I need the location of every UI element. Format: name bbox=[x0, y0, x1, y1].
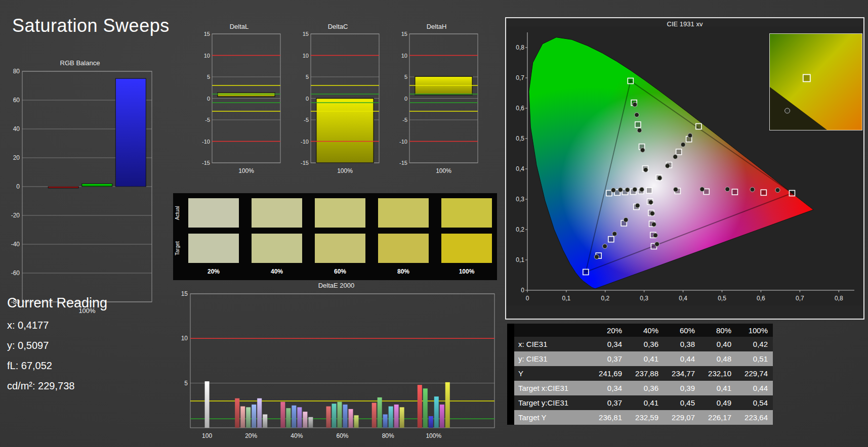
tick-label: 10 bbox=[204, 53, 210, 59]
tick-label: -15 bbox=[301, 160, 309, 166]
table-cell: 0,37 bbox=[591, 351, 627, 366]
target-marker bbox=[628, 78, 633, 84]
table-row-label: Target y:CIE31 bbox=[514, 395, 591, 410]
delta-e-bar bbox=[343, 405, 348, 428]
target-marker bbox=[761, 190, 766, 195]
measured-marker bbox=[633, 187, 637, 192]
delta-c-plot: 151050-5-10-15100% bbox=[294, 31, 382, 179]
tick-label: 40 bbox=[13, 125, 20, 132]
current-reading-title: Current Reading bbox=[7, 295, 107, 311]
tick-label: 0 bbox=[404, 96, 407, 102]
tick-label: 0,5 bbox=[516, 135, 524, 142]
target-marker bbox=[583, 270, 589, 275]
measured-marker bbox=[603, 244, 607, 249]
target-marker bbox=[789, 191, 795, 196]
measured-marker bbox=[700, 187, 705, 192]
inset-target-marker bbox=[803, 74, 810, 81]
rgb-balance-chart[interactable]: RGB Balance 806040200-20-40-60-80100% bbox=[4, 59, 156, 319]
cie-1931-chart[interactable]: CIE 1931 xy 000,10,10,20,20,30,30,40,40,… bbox=[505, 17, 864, 320]
table-cell: 0,40 bbox=[700, 337, 736, 351]
table-cell: 0,34 bbox=[591, 381, 627, 395]
saturation-swatch-panel[interactable]: ActualTarget20%40%60%80%100% bbox=[173, 193, 497, 280]
swatch-actual-80% bbox=[378, 198, 429, 228]
tick-label: -15 bbox=[202, 160, 210, 166]
measured-marker bbox=[640, 148, 645, 152]
tick-label: 15 bbox=[303, 31, 309, 37]
group-label: 60% bbox=[336, 432, 348, 439]
tick-label: 10 bbox=[401, 53, 407, 59]
tick-label: -60 bbox=[11, 270, 20, 277]
table-cell: 0,36 bbox=[627, 381, 664, 395]
delta-e-bar bbox=[257, 398, 262, 428]
table-column-header: 20% bbox=[591, 324, 627, 337]
tick-label: 0,3 bbox=[640, 295, 648, 302]
saturation-sweeps-view: Saturation Sweeps RGB Balance 806040200-… bbox=[0, 0, 868, 447]
tick-label: -40 bbox=[11, 241, 20, 248]
table-column-header: 60% bbox=[664, 324, 700, 337]
table-row-label: Target Y bbox=[514, 410, 591, 425]
delta-e-bar bbox=[297, 407, 302, 428]
tick-label: -5 bbox=[304, 117, 309, 123]
tick-label: 0 bbox=[306, 96, 309, 102]
delta_l-bar bbox=[218, 93, 275, 97]
delta-e-bar bbox=[235, 398, 239, 428]
table-cell: 0,39 bbox=[664, 381, 700, 395]
x-axis-label: 100% bbox=[436, 167, 451, 174]
target-marker bbox=[606, 191, 612, 196]
delta-h-plot: 151050-5-10-15100% bbox=[392, 31, 481, 179]
tick-label: 5 bbox=[306, 74, 309, 80]
table-column-header: 40% bbox=[627, 324, 664, 337]
tick-label: -5 bbox=[205, 117, 210, 123]
delta-e2000-chart[interactable]: DeltaE 2000 1510510020%40%60%80%100% bbox=[173, 281, 500, 442]
delta-l-chart-title: DeltaL bbox=[195, 22, 283, 31]
delta-c-chart[interactable]: DeltaC 151050-5-10-15100% bbox=[294, 22, 382, 178]
table-cell: 0,41 bbox=[627, 351, 664, 366]
tick-label: 0,6 bbox=[757, 295, 765, 302]
delta-l-chart[interactable]: DeltaL 151050-5-10-15100% bbox=[195, 22, 283, 178]
delta-e-bar bbox=[338, 402, 342, 428]
table-cell: 232,59 bbox=[627, 410, 664, 425]
table-cell: 0,36 bbox=[627, 337, 664, 351]
table-cell: 237,88 bbox=[627, 366, 664, 381]
swatch-column-label: 100% bbox=[441, 268, 492, 275]
delta-e-bar bbox=[246, 407, 251, 428]
delta-e-bar bbox=[400, 407, 404, 428]
swatch-column-label: 80% bbox=[378, 268, 429, 275]
table-column-header: 80% bbox=[700, 324, 736, 337]
measured-marker bbox=[635, 113, 639, 117]
delta-e-bar bbox=[418, 385, 422, 428]
measurement-table[interactable]: 20%40%60%80%100%x: CIE310,340,360,380,40… bbox=[507, 324, 773, 425]
measured-marker bbox=[665, 164, 670, 168]
tick-label: 0,4 bbox=[679, 295, 687, 302]
swatch-target-20% bbox=[188, 234, 239, 263]
tick-label: 0,7 bbox=[516, 74, 524, 81]
swatch-actual-60% bbox=[315, 198, 365, 228]
current-reading-value: x: 0,4177 bbox=[7, 320, 107, 331]
tick-label: 0,1 bbox=[516, 256, 524, 263]
delta-e-bar bbox=[378, 397, 382, 428]
cie-values-table: 20%40%60%80%100%x: CIE310,340,360,380,40… bbox=[507, 324, 773, 425]
table-cell: 0,42 bbox=[736, 337, 773, 351]
tick-label: 0,3 bbox=[516, 196, 524, 203]
current-reading-value: cd/m²: 229,738 bbox=[7, 380, 107, 392]
measured-marker bbox=[625, 188, 630, 192]
measured-marker bbox=[650, 211, 654, 216]
target-marker bbox=[635, 122, 641, 127]
measured-marker bbox=[651, 222, 656, 227]
delta-e2000-chart-title: DeltaE 2000 bbox=[173, 281, 500, 290]
delta-c-chart-title: DeltaC bbox=[294, 22, 382, 31]
page-title: Saturation Sweeps bbox=[12, 15, 170, 36]
tick-label: 0 bbox=[16, 183, 20, 190]
table-cell: 0,41 bbox=[627, 395, 664, 410]
measured-marker bbox=[635, 203, 640, 208]
delta-h-chart[interactable]: DeltaH 151050-5-10-15100% bbox=[392, 22, 481, 178]
tick-label: 15 bbox=[204, 31, 210, 37]
table-cell: 0,45 bbox=[664, 395, 700, 410]
swatch-actual-40% bbox=[252, 198, 302, 228]
delta-e-bar bbox=[332, 404, 337, 428]
delta-e-bar bbox=[434, 396, 439, 428]
delta-e-bar bbox=[280, 402, 285, 428]
group-label: 100 bbox=[202, 432, 212, 439]
table-row-label: Y bbox=[514, 366, 591, 381]
swatch-target-80% bbox=[378, 234, 429, 263]
